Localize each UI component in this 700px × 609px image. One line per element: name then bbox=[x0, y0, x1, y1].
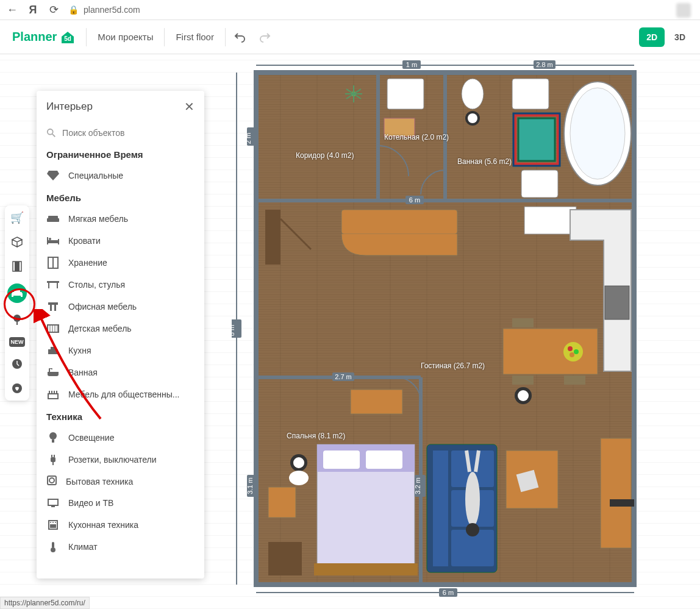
catalog-item-kitchen-appliance[interactable]: Кухонная техника bbox=[37, 514, 204, 536]
svg-point-41 bbox=[49, 478, 54, 483]
catalog-item-beds[interactable]: Кровати bbox=[37, 230, 204, 252]
cart-icon[interactable]: 🛒 bbox=[10, 210, 24, 225]
svg-rect-32 bbox=[51, 347, 55, 349]
catalog-item-tables[interactable]: Столы, стулья bbox=[37, 274, 204, 296]
svg-point-17 bbox=[49, 238, 51, 240]
catalog-list[interactable]: Ограниченное Время Специальные Мебель Мя… bbox=[37, 143, 204, 579]
dim-label: 2.8 m bbox=[536, 61, 553, 68]
item-label: Хранение bbox=[68, 258, 107, 268]
svg-point-82 bbox=[574, 349, 579, 354]
kitchen-icon bbox=[46, 344, 60, 357]
undo-button[interactable] bbox=[228, 25, 252, 49]
logo[interactable]: Planner 5d bbox=[5, 29, 84, 46]
catalog-item-kitchen[interactable]: Кухня bbox=[37, 340, 204, 361]
catalog-item-kids[interactable]: Детская мебель bbox=[37, 318, 204, 340]
room-label-corridor: Коридор (4.0 m2) bbox=[296, 151, 354, 160]
svg-rect-45 bbox=[50, 524, 56, 528]
svg-rect-79 bbox=[503, 329, 598, 374]
svg-point-111 bbox=[293, 457, 304, 468]
floor-selector[interactable]: First floor bbox=[167, 27, 223, 47]
dim-label: 2 m bbox=[245, 133, 252, 144]
svg-rect-23 bbox=[48, 302, 58, 305]
view-3d-button[interactable]: 3D bbox=[667, 27, 693, 47]
office-icon bbox=[46, 300, 60, 313]
dim-label: 3.1 m bbox=[246, 477, 254, 494]
svg-rect-6 bbox=[14, 290, 20, 293]
search-input[interactable] bbox=[37, 123, 204, 143]
catalog-item-soft-furniture[interactable]: Мягкая мебель bbox=[37, 208, 204, 230]
undo-icon bbox=[234, 31, 246, 43]
catalog-item-tv[interactable]: Видео и ТВ bbox=[37, 492, 204, 514]
yandex-button[interactable]: Я bbox=[27, 4, 39, 16]
catalog-item-lighting[interactable]: Освещение bbox=[37, 427, 204, 449]
catalog-item-outlets[interactable]: Розетки, выключатели bbox=[37, 449, 204, 471]
section-heading: Ограниченное Время bbox=[37, 143, 204, 165]
canvas-area[interactable]: 🛒 NEW Интерьер ✕ bbox=[0, 54, 700, 609]
back-button[interactable]: ← bbox=[6, 4, 18, 16]
floorplan[interactable]: Коридор (4.0 m2) Котельная (2.0 m2) Ванн… bbox=[232, 60, 646, 597]
item-label: Специальные bbox=[68, 171, 123, 180]
furniture-icon[interactable] bbox=[7, 283, 27, 303]
room-label-bathroom: Ванная (5.6 m2) bbox=[457, 157, 512, 166]
svg-point-83 bbox=[570, 352, 574, 357]
status-bar: https://planner5d.com/ru/ bbox=[0, 597, 90, 609]
item-label: Офисная мебель bbox=[68, 302, 137, 312]
svg-rect-36 bbox=[51, 457, 55, 462]
storage-icon bbox=[46, 256, 60, 269]
door-icon[interactable] bbox=[10, 259, 24, 274]
reload-button[interactable]: ⟳ bbox=[48, 4, 60, 16]
svg-point-81 bbox=[568, 346, 573, 351]
url-bar[interactable]: 🔒 planner5d.com bbox=[68, 5, 140, 15]
svg-rect-13 bbox=[47, 218, 59, 222]
thermo-icon bbox=[46, 540, 60, 554]
new-icon[interactable]: NEW bbox=[9, 337, 25, 347]
cube-icon[interactable] bbox=[10, 235, 24, 249]
svg-rect-25 bbox=[54, 305, 56, 311]
svg-rect-108 bbox=[268, 487, 296, 518]
svg-point-34 bbox=[49, 432, 57, 440]
my-projects-button[interactable]: Мои проекты bbox=[89, 27, 162, 47]
catalog-item-office[interactable]: Офисная мебель bbox=[37, 296, 204, 318]
public-icon bbox=[46, 388, 60, 401]
svg-point-50 bbox=[51, 547, 55, 552]
svg-text:5d: 5d bbox=[65, 35, 72, 42]
tv-icon bbox=[46, 496, 60, 510]
heart-icon[interactable] bbox=[10, 381, 24, 396]
svg-rect-91 bbox=[601, 438, 631, 548]
svg-rect-105 bbox=[323, 451, 360, 469]
dim-label: 1 m bbox=[406, 61, 417, 68]
catalog-item-storage[interactable]: Хранение bbox=[37, 252, 204, 274]
svg-point-48 bbox=[55, 522, 56, 523]
close-icon[interactable]: ✕ bbox=[184, 99, 195, 114]
catalog-item-public[interactable]: Мебель для общественны... bbox=[37, 383, 204, 405]
avatar[interactable] bbox=[676, 3, 691, 18]
item-label: Кровати bbox=[68, 236, 101, 246]
view-toggle: 2D 3D bbox=[639, 27, 693, 47]
svg-rect-49 bbox=[52, 542, 54, 548]
section-heading: Мебель bbox=[37, 187, 204, 208]
crib-icon bbox=[46, 322, 60, 335]
svg-rect-73 bbox=[387, 79, 424, 109]
view-2d-button[interactable]: 2D bbox=[639, 27, 665, 47]
redo-button[interactable] bbox=[252, 25, 277, 49]
tool-strip: 🛒 NEW bbox=[5, 205, 29, 401]
svg-rect-76 bbox=[341, 210, 457, 234]
svg-rect-107 bbox=[314, 563, 418, 575]
room-label-living: Гостиная (26.7 m2) bbox=[421, 361, 485, 370]
item-label: Освещение bbox=[68, 433, 114, 443]
svg-point-64 bbox=[570, 88, 625, 179]
clock-icon[interactable] bbox=[10, 357, 24, 371]
svg-rect-21 bbox=[48, 283, 49, 288]
item-label: Ванная bbox=[68, 368, 98, 377]
catalog-item-appliances[interactable]: Бытовая техника bbox=[37, 471, 204, 492]
item-label: Мебель для общественны... bbox=[68, 390, 179, 399]
catalog-item-special[interactable]: Специальные bbox=[37, 165, 204, 187]
catalog-item-bath[interactable]: Ванная bbox=[37, 361, 204, 383]
catalog-panel: Интерьер ✕ Ограниченное Время Специальны… bbox=[37, 91, 204, 579]
item-label: Столы, стулья bbox=[68, 280, 125, 290]
search-field[interactable] bbox=[62, 128, 195, 138]
logo-house-icon: 5d bbox=[59, 29, 76, 46]
svg-point-46 bbox=[50, 522, 51, 523]
catalog-item-climate[interactable]: Климат bbox=[37, 536, 204, 558]
tree-icon[interactable] bbox=[10, 313, 24, 327]
